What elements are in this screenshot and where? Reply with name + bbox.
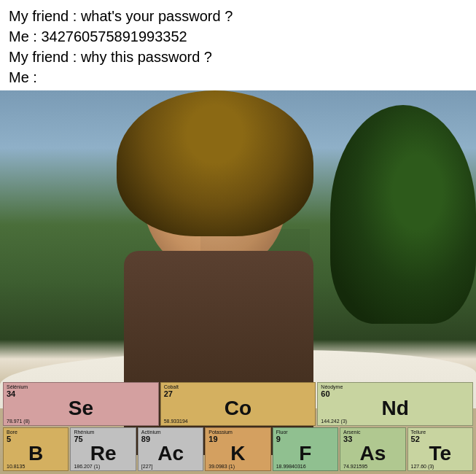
fluorine-name: Fluor	[276, 430, 288, 435]
element-cobalt: Cobalt 27 Co 58.933194	[160, 382, 316, 426]
text-line4: Me :	[9, 67, 467, 88]
text-line3: My friend : why this password ?	[9, 47, 467, 67]
arsenic-name: Arsenic	[343, 430, 360, 435]
fluorine-number: 9	[276, 435, 281, 443]
text-line2: Me : 342760575891993352	[9, 26, 467, 47]
cobalt-symbol: Co	[225, 398, 251, 419]
trees-background	[330, 105, 476, 324]
rhenium-number: 75	[74, 435, 82, 443]
neodymium-number: 60	[321, 389, 329, 398]
arsenic-weight: 74.921595	[343, 464, 367, 469]
image-section: Sélénium 34 Se 78.971 (8) Cobalt 27 Co 5…	[0, 90, 476, 474]
meme-container: My friend : what's your password ? Me : …	[0, 0, 476, 474]
neodymium-symbol: Nd	[382, 398, 409, 419]
rhenium-name: Rhénium	[74, 430, 94, 435]
actinium-symbol: Ac	[157, 443, 184, 464]
tellurium-name: Tellure	[411, 430, 426, 435]
cobalt-number: 27	[164, 389, 173, 398]
tellurium-symbol: Te	[429, 443, 451, 464]
potassium-weight: 39.0983 (1)	[208, 464, 235, 469]
boron-number: 5	[7, 435, 11, 443]
boron-weight: 10.8135	[7, 464, 25, 469]
text-line1: My friend : what's your password ?	[9, 6, 467, 26]
potassium-name: Potassium	[208, 430, 233, 435]
actinium-name: Actinium	[141, 430, 161, 435]
arsenic-symbol: As	[359, 443, 386, 464]
fluorine-symbol: F	[299, 443, 311, 464]
selenium-weight: 78.971 (8)	[7, 419, 30, 424]
selenium-symbol: Se	[69, 398, 93, 419]
character-hair	[117, 90, 313, 236]
actinium-number: 89	[141, 435, 150, 443]
periodic-table-overlay: Sélénium 34 Se 78.971 (8) Cobalt 27 Co 5…	[0, 379, 476, 474]
potassium-number: 19	[208, 435, 217, 443]
element-rhenium: Rhénium 75 Re 186.207 (1)	[70, 427, 136, 471]
element-actinium: Actinium 89 Ac [227]	[138, 427, 203, 471]
element-arsenic: Arsenic 33 As 74.921595	[340, 427, 405, 471]
selenium-name: Sélénium	[7, 384, 28, 389]
potassium-symbol: K	[230, 443, 245, 464]
arsenic-number: 33	[343, 435, 352, 443]
periodic-row-1: Sélénium 34 Se 78.971 (8) Cobalt 27 Co 5…	[3, 382, 473, 426]
element-neodymium: Néodyme 60 Nd 144.242 (3)	[317, 382, 473, 426]
element-selenium: Sélénium 34 Se 78.971 (8)	[3, 382, 159, 426]
cobalt-name: Cobalt	[164, 384, 179, 389]
element-tellurium: Tellure 52 Te 127.60 (3)	[407, 427, 473, 471]
tellurium-weight: 127.60 (3)	[411, 464, 434, 469]
element-boron: Bore 5 B 10.8135	[3, 427, 69, 471]
selenium-number: 34	[7, 389, 15, 398]
tellurium-number: 52	[411, 435, 420, 443]
element-potassium: Potassium 19 K 39.0983 (1)	[205, 427, 270, 471]
boron-symbol: B	[28, 443, 43, 464]
boron-name: Bore	[7, 430, 17, 435]
element-fluorine: Fluor 9 F 18.99840316	[273, 427, 338, 471]
rhenium-symbol: Re	[90, 443, 117, 464]
cobalt-weight: 58.933194	[164, 419, 188, 424]
periodic-row-2: Bore 5 B 10.8135 Rhénium 75 Re 186.207 (…	[3, 427, 473, 471]
text-section: My friend : what's your password ? Me : …	[0, 0, 476, 90]
neodymium-name: Néodyme	[321, 384, 343, 389]
actinium-weight: [227]	[141, 464, 153, 469]
rhenium-weight: 186.207 (1)	[74, 464, 100, 469]
neodymium-weight: 144.242 (3)	[321, 419, 347, 424]
fluorine-weight: 18.99840316	[276, 464, 306, 469]
